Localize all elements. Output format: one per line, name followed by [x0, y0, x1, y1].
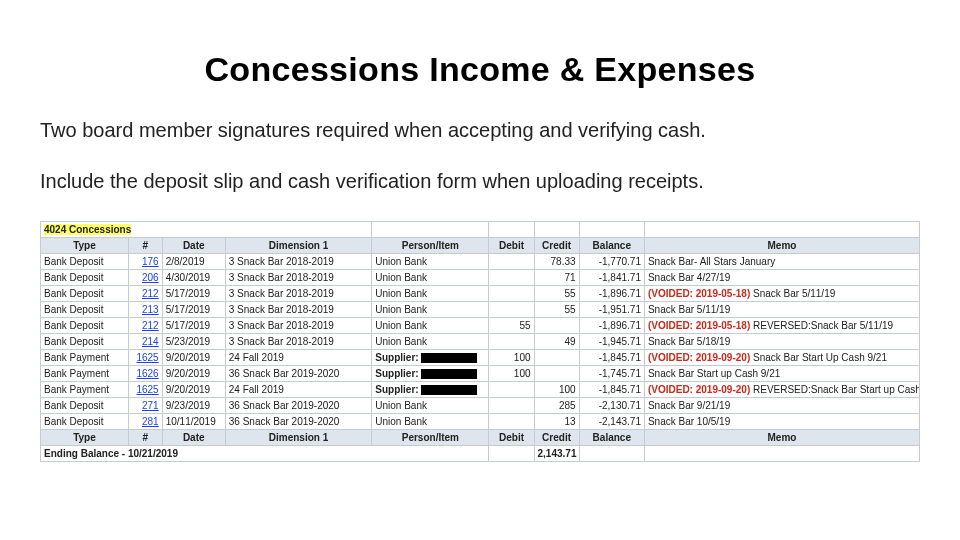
cell-num: 1625	[128, 350, 162, 366]
cell-person: Supplier:	[372, 382, 489, 398]
cell-person: Supplier:	[372, 366, 489, 382]
entry-link[interactable]: 214	[132, 336, 159, 347]
cell-dim: 3 Snack Bar 2018-2019	[225, 254, 372, 270]
entry-link[interactable]: 271	[132, 400, 159, 411]
cell-type: Bank Deposit	[41, 302, 129, 318]
cell-dim: 3 Snack Bar 2018-2019	[225, 286, 372, 302]
cell-dim: 3 Snack Bar 2018-2019	[225, 302, 372, 318]
col-credit: Credit	[534, 238, 579, 254]
cell-credit	[534, 318, 579, 334]
entry-link[interactable]: 281	[132, 416, 159, 427]
account-label: 4024 Concessions	[44, 224, 131, 235]
cell-credit: 13	[534, 414, 579, 430]
cell-num: 1625	[128, 382, 162, 398]
cell-dim: 36 Snack Bar 2019-2020	[225, 366, 372, 382]
cell-balance: -1,841.71	[579, 270, 644, 286]
cell-person: Union Bank	[372, 254, 489, 270]
col-date: Date	[162, 238, 225, 254]
cell-credit: 55	[534, 302, 579, 318]
cell-balance: -1,951.71	[579, 302, 644, 318]
cell-type: Bank Deposit	[41, 254, 129, 270]
cell-num: 214	[128, 334, 162, 350]
cell-debit	[489, 270, 534, 286]
col-num: #	[128, 430, 162, 446]
table-row: Bank Deposit28110/11/201936 Snack Bar 20…	[41, 414, 920, 430]
cell-date: 5/17/2019	[162, 286, 225, 302]
cell-debit	[489, 398, 534, 414]
redacted-block	[421, 385, 477, 395]
redacted-block	[421, 353, 477, 363]
cell-balance: -1,845.71	[579, 350, 644, 366]
cell-memo: Snack Bar 5/11/19	[644, 302, 919, 318]
cell-balance: -1,845.71	[579, 382, 644, 398]
cell-type: Bank Deposit	[41, 414, 129, 430]
cell-credit: 71	[534, 270, 579, 286]
cell-credit: 100	[534, 382, 579, 398]
cell-dim: 24 Fall 2019	[225, 350, 372, 366]
cell-balance: -1,896.71	[579, 318, 644, 334]
cell-credit	[534, 366, 579, 382]
cell-balance: -2,130.71	[579, 398, 644, 414]
table-row: Bank Payment16259/20/201924 Fall 2019Sup…	[41, 382, 920, 398]
account-row: 4024 Concessions	[41, 222, 920, 238]
cell-person: Union Bank	[372, 302, 489, 318]
entry-link[interactable]: 1625	[132, 352, 159, 363]
cell-memo: (VOIDED: 2019-05-18) Snack Bar 5/11/19	[644, 286, 919, 302]
cell-credit: 55	[534, 286, 579, 302]
instruction-2: Include the deposit slip and cash verifi…	[40, 170, 920, 193]
cell-date: 5/23/2019	[162, 334, 225, 350]
col-type: Type	[41, 430, 129, 446]
cell-num: 212	[128, 286, 162, 302]
cell-num: 206	[128, 270, 162, 286]
col-memo: Memo	[644, 238, 919, 254]
table-row: Bank Deposit2125/17/20193 Snack Bar 2018…	[41, 286, 920, 302]
col-dim: Dimension 1	[225, 238, 372, 254]
col-debit: Debit	[489, 430, 534, 446]
table-row: Bank Payment16269/20/201936 Snack Bar 20…	[41, 366, 920, 382]
table-row: Bank Deposit1762/8/20193 Snack Bar 2018-…	[41, 254, 920, 270]
entry-link[interactable]: 212	[132, 320, 159, 331]
cell-credit: 49	[534, 334, 579, 350]
cell-debit	[489, 382, 534, 398]
table-row: Bank Deposit2145/23/20193 Snack Bar 2018…	[41, 334, 920, 350]
entry-link[interactable]: 213	[132, 304, 159, 315]
table-row: Bank Deposit2719/23/201936 Snack Bar 201…	[41, 398, 920, 414]
cell-debit	[489, 414, 534, 430]
entry-link[interactable]: 212	[132, 288, 159, 299]
col-num: #	[128, 238, 162, 254]
cell-debit	[489, 254, 534, 270]
cell-memo: Snack Bar- All Stars January	[644, 254, 919, 270]
cell-debit: 100	[489, 350, 534, 366]
ending-balance-row: Ending Balance - 10/21/20192,143.71	[41, 446, 920, 462]
cell-person: Union Bank	[372, 318, 489, 334]
page-title: Concessions Income & Expenses	[40, 50, 920, 89]
cell-memo: Snack Bar 10/5/19	[644, 414, 919, 430]
cell-num: 1626	[128, 366, 162, 382]
ledger-table-wrap: 4024 Concessions Type # Date Dimension 1…	[40, 221, 920, 462]
cell-balance: -1,945.71	[579, 334, 644, 350]
cell-num: 281	[128, 414, 162, 430]
entry-link[interactable]: 1625	[132, 384, 159, 395]
cell-debit	[489, 334, 534, 350]
col-credit: Credit	[534, 430, 579, 446]
cell-date: 5/17/2019	[162, 318, 225, 334]
cell-debit: 55	[489, 318, 534, 334]
col-person: Person/Item	[372, 430, 489, 446]
entry-link[interactable]: 1626	[132, 368, 159, 379]
cell-date: 4/30/2019	[162, 270, 225, 286]
ledger-table: 4024 Concessions Type # Date Dimension 1…	[40, 221, 920, 462]
cell-person: Union Bank	[372, 334, 489, 350]
cell-date: 10/11/2019	[162, 414, 225, 430]
col-person: Person/Item	[372, 238, 489, 254]
cell-date: 9/20/2019	[162, 366, 225, 382]
cell-date: 5/17/2019	[162, 302, 225, 318]
cell-type: Bank Deposit	[41, 334, 129, 350]
cell-num: 213	[128, 302, 162, 318]
table-row: Bank Deposit2135/17/20193 Snack Bar 2018…	[41, 302, 920, 318]
cell-person: Supplier:	[372, 350, 489, 366]
cell-dim: 3 Snack Bar 2018-2019	[225, 334, 372, 350]
entry-link[interactable]: 206	[132, 272, 159, 283]
cell-dim: 3 Snack Bar 2018-2019	[225, 318, 372, 334]
cell-type: Bank Payment	[41, 382, 129, 398]
entry-link[interactable]: 176	[132, 256, 159, 267]
